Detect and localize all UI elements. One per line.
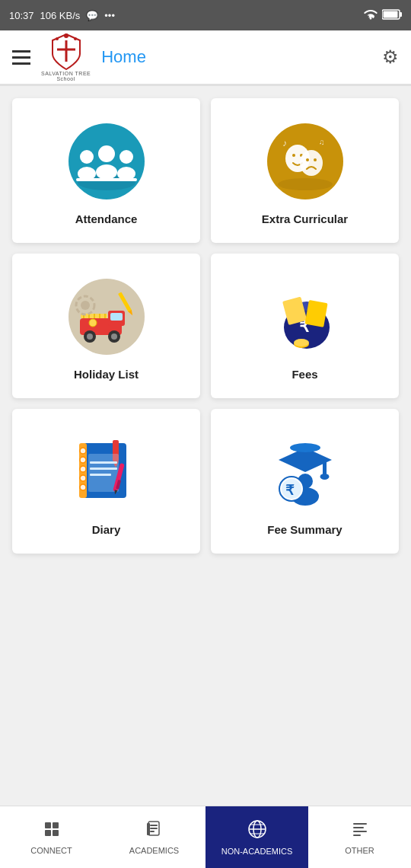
svg-text:♪: ♪ — [282, 138, 287, 148]
svg-point-72 — [320, 474, 329, 480]
svg-rect-2 — [384, 11, 398, 18]
fees-label: Fees — [292, 368, 317, 381]
header-left: SALVATION TREESchool Home — [12, 33, 146, 81]
status-right — [364, 9, 402, 22]
hamburger-line-1 — [12, 50, 30, 53]
extra-curricular-card[interactable]: ♪ ♫ Extra Curricular — [211, 98, 399, 243]
svg-point-6 — [56, 37, 59, 40]
hamburger-menu[interactable] — [12, 50, 30, 65]
main-content: Attendance — [0, 86, 411, 554]
svg-point-58 — [80, 466, 86, 472]
wifi-icon — [364, 9, 378, 22]
svg-point-14 — [119, 150, 133, 164]
svg-point-56 — [80, 448, 86, 454]
svg-rect-94 — [353, 827, 364, 828]
nav-connect[interactable]: CONNECT — [0, 806, 103, 868]
svg-rect-1 — [400, 12, 402, 17]
other-icon — [351, 820, 369, 843]
page-title: Home — [101, 47, 146, 67]
school-name-small: SALVATION TREESchool — [41, 71, 91, 81]
status-bar: 10:37 106 KB/s 💬 ••• — [0, 0, 411, 30]
svg-point-32 — [87, 333, 93, 340]
fees-card[interactable]: ₹ Fees — [211, 254, 399, 398]
app-header: SALVATION TREESchool Home ⚙ — [0, 30, 411, 84]
nav-academics[interactable]: ACADEMICS — [103, 806, 206, 868]
other-label: OTHER — [345, 846, 374, 855]
status-data-speed: 106 KB/s — [40, 10, 81, 21]
connect-icon — [43, 820, 61, 843]
svg-rect-85 — [150, 828, 158, 829]
svg-point-22 — [300, 150, 323, 176]
svg-point-59 — [80, 475, 86, 481]
fee-summary-icon: ₹ — [263, 430, 347, 514]
svg-point-57 — [80, 457, 86, 463]
svg-point-13 — [96, 164, 117, 180]
holiday-list-card[interactable]: Holiday List — [12, 254, 200, 398]
svg-point-23 — [306, 158, 309, 161]
svg-point-43 — [81, 301, 90, 310]
extra-curricular-icon: ♪ ♫ — [263, 120, 347, 203]
card-grid: Attendance — [12, 98, 399, 554]
svg-point-50 — [294, 339, 309, 346]
academics-icon — [145, 820, 164, 843]
diary-label: Diary — [92, 523, 121, 536]
attendance-label: Attendance — [75, 212, 138, 225]
svg-rect-30 — [110, 313, 123, 321]
logo-container: SALVATION TREESchool — [41, 33, 91, 81]
settings-button[interactable]: ⚙ — [382, 46, 399, 68]
svg-rect-80 — [53, 822, 59, 828]
whatsapp-icon: 💬 — [86, 10, 98, 21]
svg-rect-95 — [353, 831, 367, 832]
svg-point-5 — [64, 34, 68, 38]
svg-point-34 — [111, 333, 117, 340]
connect-label: CONNECT — [30, 846, 72, 855]
logo-icon — [49, 33, 83, 71]
svg-point-12 — [98, 145, 115, 162]
svg-rect-16 — [76, 178, 137, 181]
svg-point-73 — [290, 443, 320, 452]
nav-non-academics[interactable]: NON-ACADEMICS — [206, 806, 308, 868]
svg-point-20 — [292, 154, 295, 157]
svg-rect-86 — [150, 831, 155, 832]
svg-rect-82 — [53, 830, 59, 836]
svg-point-24 — [314, 158, 317, 161]
fee-summary-label: Fee Summary — [267, 523, 342, 536]
holiday-list-icon — [65, 275, 148, 359]
diary-icon — [65, 430, 148, 514]
svg-rect-79 — [45, 822, 51, 828]
more-icon: ••• — [104, 10, 115, 21]
non-academics-label: NON-ACADEMICS — [221, 847, 293, 856]
svg-rect-84 — [150, 825, 158, 826]
svg-rect-96 — [353, 834, 361, 836]
svg-point-18 — [278, 178, 333, 190]
svg-point-7 — [74, 37, 77, 40]
fee-summary-card[interactable]: ₹ Fee Summary — [211, 409, 399, 554]
hamburger-line-3 — [12, 62, 30, 65]
svg-rect-93 — [353, 823, 367, 825]
svg-point-41 — [89, 319, 97, 327]
status-time: 10:37 — [9, 10, 34, 21]
attendance-card[interactable]: Attendance — [12, 98, 200, 243]
fees-icon: ₹ — [263, 275, 347, 359]
diary-card[interactable]: Diary — [12, 409, 200, 554]
hamburger-line-2 — [12, 56, 30, 59]
svg-rect-81 — [45, 830, 51, 836]
nav-other[interactable]: OTHER — [308, 806, 411, 868]
attendance-icon — [65, 120, 148, 203]
svg-text:₹: ₹ — [285, 483, 295, 498]
battery-icon — [382, 9, 402, 22]
svg-rect-71 — [323, 460, 327, 475]
academics-label: ACADEMICS — [129, 846, 179, 855]
non-academics-icon — [247, 819, 267, 844]
extra-curricular-label: Extra Curricular — [262, 212, 348, 225]
svg-point-60 — [80, 484, 86, 490]
svg-rect-87 — [147, 823, 150, 835]
bottom-nav: CONNECT ACADEMICS NON-ACADEMICS — [0, 806, 411, 868]
svg-text:♫: ♫ — [319, 138, 325, 146]
status-left: 10:37 106 KB/s 💬 ••• — [9, 10, 115, 21]
svg-point-10 — [80, 150, 94, 164]
holiday-list-label: Holiday List — [74, 368, 139, 381]
